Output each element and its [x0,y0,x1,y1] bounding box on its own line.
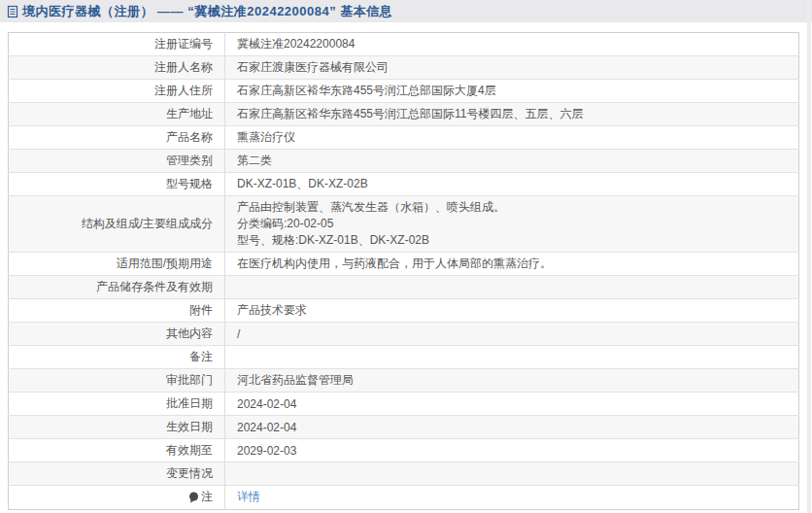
table-row: 审批部门 河北省药品监督管理局 [9,369,799,393]
row-label: 批准日期 [9,393,225,416]
row-value [225,276,799,299]
row-value: 2024-02-04 [225,416,799,439]
table-row: 附件 产品技术要求 [9,299,799,323]
row-value: 在医疗机构内使用，与药液配合，用于人体局部的熏蒸治疗。 [225,253,799,276]
table-row: 注 详情 [9,486,799,510]
page-header: 境内医疗器械（注册） —— “冀械注准20242200084” 基本信息 [0,0,812,22]
row-value: 熏蒸治疗仪 [225,126,799,150]
row-label: 其他内容 [9,323,225,346]
table-row: 注册人名称 石家庄渡康医疗器械有限公司 [9,56,799,80]
table-row: 备注 [9,346,799,369]
table-row: 型号规格 DK-XZ-01B、DK-XZ-02B [9,173,799,196]
device-info-table: 注册证编号 冀械注准20242200084 注册人名称 石家庄渡康医疗器械有限公… [8,32,799,510]
row-value: 石家庄高新区裕华东路455号润江总部国际11号楼四层、五层、六层 [225,103,799,126]
scrollbar[interactable] [807,0,811,513]
row-label: 生效日期 [9,416,225,439]
row-label: 型号规格 [9,173,225,196]
row-label: 产品名称 [9,126,225,150]
structure-line: 产品由控制装置、蒸汽发生器（水箱）、喷头组成。 [237,199,798,216]
row-value: / [225,323,799,346]
row-label: 结构及组成/主要组成成分 [9,196,225,253]
row-value [225,346,799,369]
row-label: 生产地址 [9,103,225,126]
table-row: 变更情况 [9,462,799,486]
structure-line: 型号、规格:DK-XZ-01B、DK-XZ-02B [237,232,798,249]
table-row: 生效日期 2024-02-04 [9,416,799,439]
document-icon [7,5,18,18]
table-row: 适用范围/预期用途 在医疗机构内使用，与药液配合，用于人体局部的熏蒸治疗。 [9,253,799,276]
row-value: 第二类 [225,150,799,173]
row-label: 注册证编号 [9,33,225,56]
row-value: 产品由控制装置、蒸汽发生器（水箱）、喷头组成。 分类编码:20-02-05 型号… [225,196,799,253]
table-row: 批准日期 2024-02-04 [9,393,799,416]
table-row: 注册证编号 冀械注准20242200084 [9,33,799,56]
row-value: 2029-02-03 [225,439,799,462]
table-row: 有效期至 2029-02-03 [9,439,799,462]
structure-line: 分类编码:20-02-05 [237,216,798,232]
row-label: 适用范围/预期用途 [9,253,225,276]
row-label: 注册人名称 [9,56,225,80]
table-row: 注册人住所 石家庄高新区裕华东路455号润江总部国际大厦4层 [9,80,799,103]
row-label: 备注 [9,346,225,369]
row-value: 产品技术要求 [225,299,799,323]
row-value: 详情 [225,486,799,510]
row-value: 河北省药品监督管理局 [225,369,799,393]
row-value [225,462,799,486]
table-row: 其他内容 / [9,323,799,346]
page-title: 境内医疗器械（注册） —— “冀械注准20242200084” 基本信息 [22,3,392,20]
row-label: 审批部门 [9,369,225,393]
row-label: 注 [9,486,225,510]
table-row: 管理类别 第二类 [9,150,799,173]
note-label: 注 [201,489,213,505]
table-row: 生产地址 石家庄高新区裕华东路455号润江总部国际11号楼四层、五层、六层 [9,103,799,126]
row-value: 石家庄渡康医疗器械有限公司 [225,56,799,80]
row-value: 2024-02-04 [225,393,799,416]
row-label: 附件 [9,299,225,323]
row-value: 冀械注准20242200084 [225,33,799,56]
details-link[interactable]: 详情 [237,490,260,503]
row-value: 石家庄高新区裕华东路455号润江总部国际大厦4层 [225,80,799,103]
table-row: 产品名称 熏蒸治疗仪 [9,126,799,150]
row-label: 有效期至 [9,439,225,462]
row-value: DK-XZ-01B、DK-XZ-02B [225,173,799,196]
row-label: 管理类别 [9,150,225,173]
row-label: 变更情况 [9,462,225,486]
table-row: 结构及组成/主要组成成分 产品由控制装置、蒸汽发生器（水箱）、喷头组成。 分类编… [9,196,799,253]
row-label: 注册人住所 [9,80,225,103]
comment-bubble-icon [188,492,199,503]
table-row: 产品储存条件及有效期 [9,276,799,299]
row-label: 产品储存条件及有效期 [9,276,225,299]
